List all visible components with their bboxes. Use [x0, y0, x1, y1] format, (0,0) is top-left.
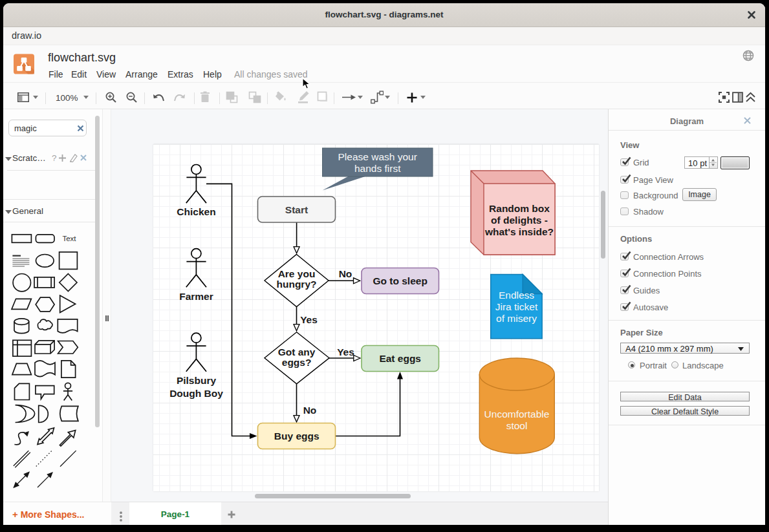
svg-text:No: No [303, 405, 317, 416]
svg-text:Farmer: Farmer [179, 291, 213, 302]
svg-text:of delights -: of delights - [491, 215, 548, 226]
svg-text:Chicken: Chicken [177, 206, 215, 217]
svg-text:what's inside?: what's inside? [484, 226, 554, 237]
svg-text:Eat eggs: Eat eggs [379, 353, 421, 364]
svg-text:stool: stool [506, 420, 528, 431]
svg-text:Pilsbury: Pilsbury [177, 375, 217, 386]
svg-text:hungry?: hungry? [277, 279, 317, 290]
svg-text:Buy eggs: Buy eggs [274, 431, 320, 442]
svg-text:Got any: Got any [278, 346, 316, 357]
svg-text:No: No [339, 268, 352, 279]
svg-text:Uncomfortable: Uncomfortable [484, 409, 550, 420]
svg-text:Dough Boy: Dough Boy [169, 388, 223, 399]
svg-text:Start: Start [285, 204, 308, 215]
svg-text:Yes: Yes [300, 314, 318, 325]
svg-text:eggs?: eggs? [282, 357, 312, 368]
svg-text:hands first: hands first [354, 163, 401, 174]
svg-text:Text: Text [62, 235, 76, 242]
svg-text:Go to sleep: Go to sleep [373, 275, 427, 286]
svg-text:of misery: of misery [496, 313, 537, 324]
svg-text:Random box: Random box [489, 203, 550, 214]
svg-text:Endless: Endless [499, 290, 534, 301]
svg-text:Please wash your: Please wash your [338, 151, 417, 162]
svg-text:Jira ticket: Jira ticket [495, 301, 538, 312]
svg-text:Yes: Yes [337, 346, 354, 357]
svg-text:Are you: Are you [278, 268, 316, 279]
